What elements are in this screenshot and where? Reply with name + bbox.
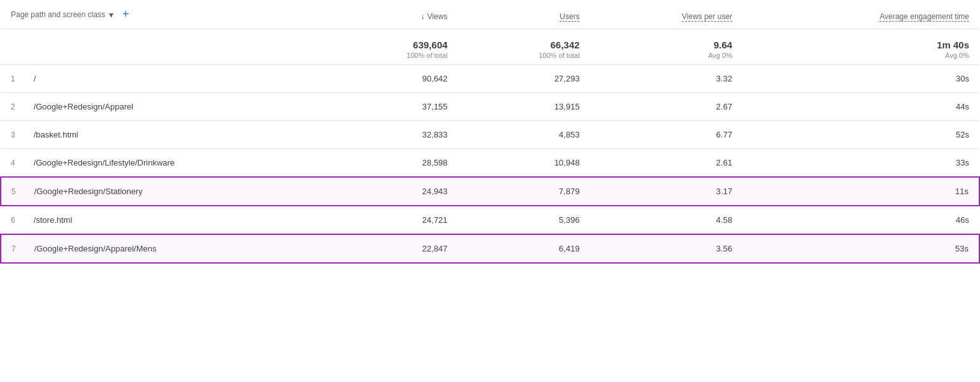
row-path-value: /basket.html bbox=[34, 130, 78, 139]
summary-users-value: 66,342 bbox=[468, 39, 579, 50]
summary-views-pct: 100% of total bbox=[336, 52, 447, 59]
summary-views-value: 639,604 bbox=[336, 39, 447, 50]
row-vpu: 2.67 bbox=[590, 93, 743, 121]
row-views: 24,721 bbox=[326, 206, 458, 234]
row-users: 4,853 bbox=[458, 121, 589, 149]
col-vpu-label: Views per user bbox=[682, 12, 732, 21]
summary-path-cell bbox=[1, 29, 326, 65]
table-row[interactable]: 6 /store.html 24,721 5,396 4.58 46s bbox=[1, 206, 979, 234]
row-path: 1 / bbox=[1, 65, 326, 93]
row-path-value: /store.html bbox=[34, 215, 73, 225]
summary-aet-value: 1m 40s bbox=[753, 39, 969, 50]
table-row[interactable]: 3 /basket.html 32,833 4,853 6.77 52s bbox=[1, 121, 979, 149]
row-path-value: /Google+Redesign/Stationery bbox=[34, 187, 143, 196]
row-vpu: 2.61 bbox=[590, 149, 743, 178]
summary-row: 639,604 100% of total 66,342 100% of tot… bbox=[1, 29, 979, 65]
summary-vpu-cell: 9.64 Avg 0% bbox=[590, 29, 743, 65]
sort-down-icon: ↓ bbox=[421, 12, 425, 21]
row-users: 27,293 bbox=[458, 65, 589, 93]
row-aet: 52s bbox=[742, 121, 979, 149]
summary-vpu-pct: Avg 0% bbox=[600, 52, 733, 59]
summary-vpu-value: 9.64 bbox=[600, 39, 733, 50]
col-header-users[interactable]: Users bbox=[458, 0, 589, 29]
table-row[interactable]: 1 / 90,642 27,293 3.32 30s bbox=[1, 65, 979, 93]
table-row[interactable]: 7 /Google+Redesign/Apparel/Mens 22,847 6… bbox=[1, 234, 979, 263]
row-users: 13,915 bbox=[458, 93, 589, 121]
row-users: 7,879 bbox=[458, 177, 589, 206]
row-path: 6 /store.html bbox=[1, 206, 326, 234]
row-path-value: /Google+Redesign/Lifestyle/Drinkware bbox=[34, 158, 175, 167]
row-number: 1 bbox=[11, 74, 21, 83]
col-views-label: Views bbox=[428, 12, 448, 21]
col-header-vpu[interactable]: Views per user bbox=[590, 0, 743, 29]
col-aet-label: Average engagement time bbox=[879, 12, 969, 21]
row-aet: 33s bbox=[742, 149, 979, 178]
row-vpu: 6.77 bbox=[590, 121, 743, 149]
row-views: 28,598 bbox=[326, 149, 458, 178]
col-path-label: Page path and screen class bbox=[11, 10, 105, 19]
row-path: 2 /Google+Redesign/Apparel bbox=[1, 93, 326, 121]
row-number: 5 bbox=[11, 187, 22, 196]
row-vpu: 4.58 bbox=[590, 206, 743, 234]
summary-users-pct: 100% of total bbox=[468, 52, 579, 59]
row-aet: 30s bbox=[742, 65, 979, 93]
row-aet: 53s bbox=[742, 234, 979, 263]
row-vpu: 3.32 bbox=[590, 65, 743, 93]
col-header-path[interactable]: Page path and screen class ▾ + bbox=[1, 0, 326, 29]
table-row[interactable]: 2 /Google+Redesign/Apparel 37,155 13,915… bbox=[1, 93, 979, 121]
analytics-table: Page path and screen class ▾ + ↓Views Us… bbox=[0, 0, 980, 264]
row-aet: 46s bbox=[742, 206, 979, 234]
row-aet: 44s bbox=[742, 93, 979, 121]
summary-views-cell: 639,604 100% of total bbox=[326, 29, 458, 65]
row-path-value: / bbox=[34, 74, 36, 83]
table-row[interactable]: 4 /Google+Redesign/Lifestyle/Drinkware 2… bbox=[1, 149, 979, 178]
row-number: 3 bbox=[11, 131, 21, 139]
col-header-aet[interactable]: Average engagement time bbox=[742, 0, 979, 29]
table-row[interactable]: 5 /Google+Redesign/Stationery 24,943 7,8… bbox=[1, 177, 979, 206]
row-aet: 11s bbox=[742, 177, 979, 206]
row-views: 24,943 bbox=[326, 177, 458, 206]
row-path: 3 /basket.html bbox=[1, 121, 326, 149]
row-views: 90,642 bbox=[326, 65, 458, 93]
row-views: 22,847 bbox=[326, 234, 458, 263]
row-users: 10,948 bbox=[458, 149, 589, 178]
row-vpu: 3.56 bbox=[590, 234, 743, 263]
row-views: 37,155 bbox=[326, 93, 458, 121]
row-views: 32,833 bbox=[326, 121, 458, 149]
add-dimension-button[interactable]: + bbox=[122, 8, 129, 21]
row-path: 4 /Google+Redesign/Lifestyle/Drinkware bbox=[1, 149, 326, 178]
row-vpu: 3.17 bbox=[590, 177, 743, 206]
row-number: 7 bbox=[11, 244, 22, 253]
row-number: 4 bbox=[11, 159, 21, 167]
dropdown-icon[interactable]: ▾ bbox=[109, 10, 113, 20]
summary-aet-pct: Avg 0% bbox=[753, 52, 969, 59]
col-users-label: Users bbox=[559, 12, 579, 21]
row-path: 7 /Google+Redesign/Apparel/Mens bbox=[1, 234, 326, 263]
row-path-value: /Google+Redesign/Apparel bbox=[34, 102, 133, 111]
row-users: 5,396 bbox=[458, 206, 589, 234]
summary-users-cell: 66,342 100% of total bbox=[458, 29, 589, 65]
row-path-value: /Google+Redesign/Apparel/Mens bbox=[34, 244, 157, 253]
row-path: 5 /Google+Redesign/Stationery bbox=[1, 177, 326, 206]
row-number: 2 bbox=[11, 103, 21, 111]
col-header-views[interactable]: ↓Views bbox=[326, 0, 458, 29]
row-number: 6 bbox=[11, 216, 21, 225]
row-users: 6,419 bbox=[458, 234, 589, 263]
summary-aet-cell: 1m 40s Avg 0% bbox=[742, 29, 979, 65]
